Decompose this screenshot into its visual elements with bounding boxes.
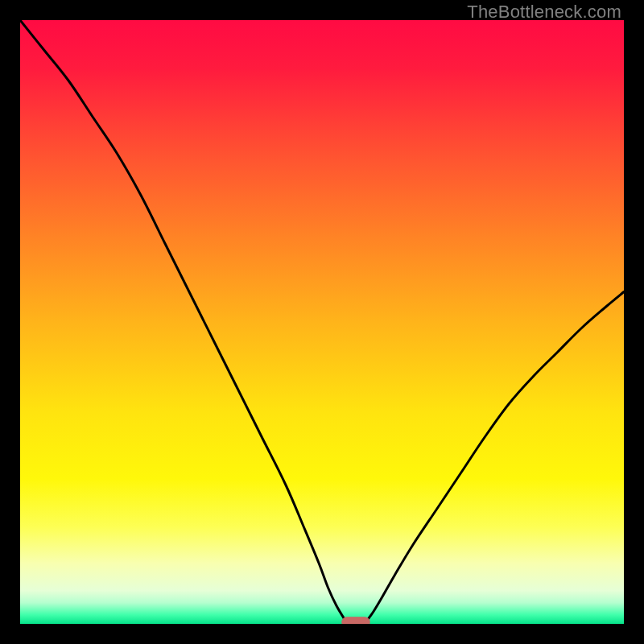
plot-area: [20, 20, 624, 624]
bottleneck-marker: [342, 617, 370, 624]
bottleneck-chart: [20, 20, 624, 624]
watermark-label: TheBottleneck.com: [467, 2, 621, 23]
gradient-background: [20, 20, 624, 624]
chart-frame: TheBottleneck.com: [0, 0, 644, 644]
